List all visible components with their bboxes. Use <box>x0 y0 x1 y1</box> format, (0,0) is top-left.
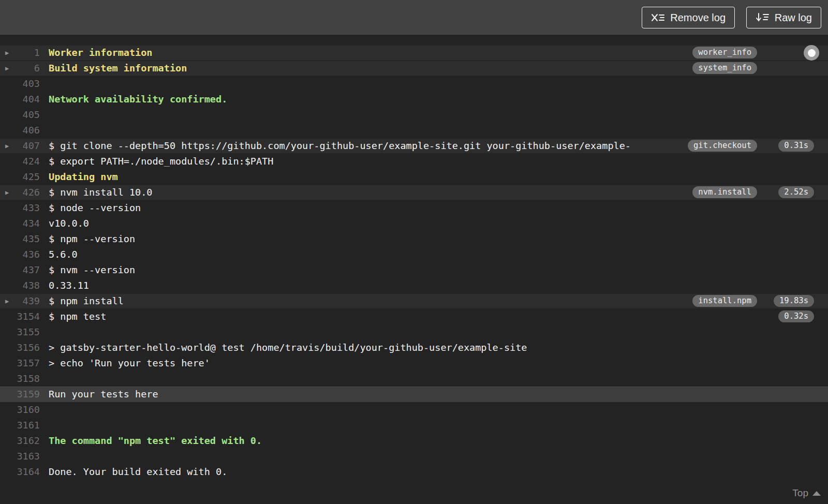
line-text <box>49 418 828 433</box>
line-text <box>49 324 828 340</box>
log-line: 424$ export PATH=./node_modules/.bin:$PA… <box>0 154 828 169</box>
line-text: Done. Your build exited with 0. <box>49 464 828 480</box>
line-text: Run your tests here <box>49 387 828 402</box>
fold-name-badge: system_info <box>692 62 757 74</box>
log-line: ▶426$ nvm install 10.0nvm.install2.52s <box>0 185 828 200</box>
arrow-up-icon <box>812 491 821 496</box>
line-number[interactable]: 405 <box>0 107 40 123</box>
fold-toggle-icon[interactable]: ▶ <box>5 45 9 61</box>
log-line: 433$ node --version <box>0 200 828 216</box>
line-number[interactable]: 406 <box>0 123 40 138</box>
line-number[interactable]: 403 <box>0 76 40 92</box>
log-line: 435$ npm --version <box>0 231 828 247</box>
line-text <box>49 107 828 123</box>
line-number[interactable]: 404 <box>0 92 40 107</box>
log-line: 4380.33.11 <box>0 278 828 293</box>
line-number[interactable]: 3155 <box>0 324 40 340</box>
line-number[interactable]: 425 <box>0 169 40 185</box>
line-text: 0.33.11 <box>49 278 828 293</box>
top-label: Top <box>792 487 808 499</box>
log-line: ▶407$ git clone --depth=50 https://githu… <box>0 138 828 154</box>
log-toolbar: Remove log Raw log <box>0 0 828 35</box>
log-line: 403 <box>0 76 828 92</box>
line-number[interactable]: 3160 <box>0 402 40 418</box>
remove-log-icon <box>651 12 664 23</box>
line-text: 5.6.0 <box>49 247 828 262</box>
duration-badge: 0.31s <box>778 140 814 152</box>
line-text <box>49 76 828 92</box>
raw-log-label: Raw log <box>775 12 812 24</box>
log-line: ▶1Worker informationworker_info <box>0 45 828 61</box>
log-line: 3158 <box>0 371 828 387</box>
duration-badge: 2.52s <box>778 186 814 198</box>
line-text: $ node --version <box>49 200 828 216</box>
line-number[interactable]: 3161 <box>0 418 40 433</box>
log-line: 3159Run your tests here <box>0 387 828 402</box>
line-number[interactable]: 434 <box>0 216 40 231</box>
line-text: > echo 'Run your tests here' <box>49 355 828 371</box>
line-text: $ npm --version <box>49 231 828 247</box>
duration-badge: 19.83s <box>774 295 814 307</box>
log-line: 406 <box>0 123 828 138</box>
line-text <box>49 371 828 387</box>
log-line: 425Updating nvm <box>0 169 828 185</box>
remove-log-label: Remove log <box>670 12 726 24</box>
raw-log-icon <box>756 12 769 23</box>
line-number[interactable]: 438 <box>0 278 40 293</box>
line-text: $ npm test <box>49 309 828 324</box>
log-line: 3164Done. Your build exited with 0. <box>0 464 828 480</box>
line-number[interactable]: 3164 <box>0 464 40 480</box>
log-line: 405 <box>0 107 828 123</box>
log-line: 3161 <box>0 418 828 433</box>
fold-name-badge: worker_info <box>692 47 757 58</box>
line-text: > gatsby-starter-hello-world@ test /home… <box>49 340 828 355</box>
line-number[interactable]: 437 <box>0 262 40 278</box>
line-text: $ nvm --version <box>49 262 828 278</box>
fold-toggle-icon[interactable]: ▶ <box>5 185 9 200</box>
log-line: 434v10.0.0 <box>0 216 828 231</box>
log-line: 3155 <box>0 324 828 340</box>
line-number[interactable]: 433 <box>0 200 40 216</box>
log-line: ▶439$ npm installinstall.npm19.83s <box>0 293 828 309</box>
line-number[interactable]: 424 <box>0 154 40 169</box>
line-text <box>49 402 828 418</box>
log-line: 3162The command "npm test" exited with 0… <box>0 433 828 449</box>
line-number[interactable]: 436 <box>0 247 40 262</box>
fold-name-badge: install.npm <box>692 295 757 307</box>
log-line: 3156> gatsby-starter-hello-world@ test /… <box>0 340 828 355</box>
line-number[interactable]: 435 <box>0 231 40 247</box>
log-line: 437$ nvm --version <box>0 262 828 278</box>
follow-log-button[interactable] <box>804 45 819 61</box>
line-number[interactable]: 3159 <box>0 387 40 402</box>
line-number[interactable]: 3162 <box>0 433 40 449</box>
log-line: 3160 <box>0 402 828 418</box>
line-text: Network availability confirmed. <box>49 92 828 107</box>
line-text <box>49 123 828 138</box>
build-log: ▶1Worker informationworker_info▶6Build s… <box>0 45 828 480</box>
log-line: 4365.6.0 <box>0 247 828 262</box>
duration-badge: 0.32s <box>778 310 814 322</box>
remove-log-button[interactable]: Remove log <box>642 7 735 28</box>
line-number[interactable]: 3163 <box>0 449 40 464</box>
line-number[interactable]: 3157 <box>0 355 40 371</box>
fold-toggle-icon[interactable]: ▶ <box>5 293 9 309</box>
raw-log-button[interactable]: Raw log <box>746 7 821 28</box>
fold-toggle-icon[interactable]: ▶ <box>5 138 9 154</box>
fold-name-badge: nvm.install <box>692 186 757 198</box>
log-line: 404Network availability confirmed. <box>0 92 828 107</box>
line-text: Updating nvm <box>49 169 828 185</box>
fold-name-badge: git.checkout <box>688 140 757 152</box>
line-number[interactable]: 3158 <box>0 371 40 387</box>
log-line: 3154$ npm test0.32s <box>0 309 828 324</box>
log-line: 3163 <box>0 449 828 464</box>
line-text <box>49 449 828 464</box>
log-line: 3157> echo 'Run your tests here' <box>0 355 828 371</box>
fold-toggle-icon[interactable]: ▶ <box>5 61 9 76</box>
scroll-to-top-link[interactable]: Top <box>792 487 821 499</box>
log-line: ▶6Build system informationsystem_info <box>0 61 828 76</box>
line-text: The command "npm test" exited with 0. <box>49 433 828 449</box>
line-text: $ export PATH=./node_modules/.bin:$PATH <box>49 154 828 169</box>
line-number[interactable]: 3154 <box>0 309 40 324</box>
line-text: v10.0.0 <box>49 216 828 231</box>
line-number[interactable]: 3156 <box>0 340 40 355</box>
